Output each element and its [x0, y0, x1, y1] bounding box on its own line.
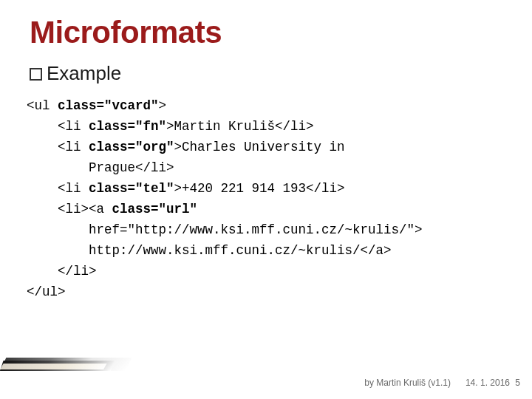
footer-author: by Martin Kruliš (v1.1) — [364, 378, 451, 388]
slide-title: Microformats — [30, 16, 502, 49]
footer-page-number: 5 — [515, 378, 520, 388]
square-bullet-icon — [30, 68, 42, 81]
subheading-text: Example — [47, 62, 121, 85]
slide-decoration-icon — [0, 352, 133, 371]
slide-footer: by Martin Kruliš (v1.1) 14. 1. 2016 5 — [30, 378, 510, 388]
footer-date: 14. 1. 2016 — [466, 378, 510, 388]
code-block: <ul class="vcard"> <li class="fn">Martin… — [27, 95, 502, 302]
subheading-row: Example — [30, 62, 502, 85]
